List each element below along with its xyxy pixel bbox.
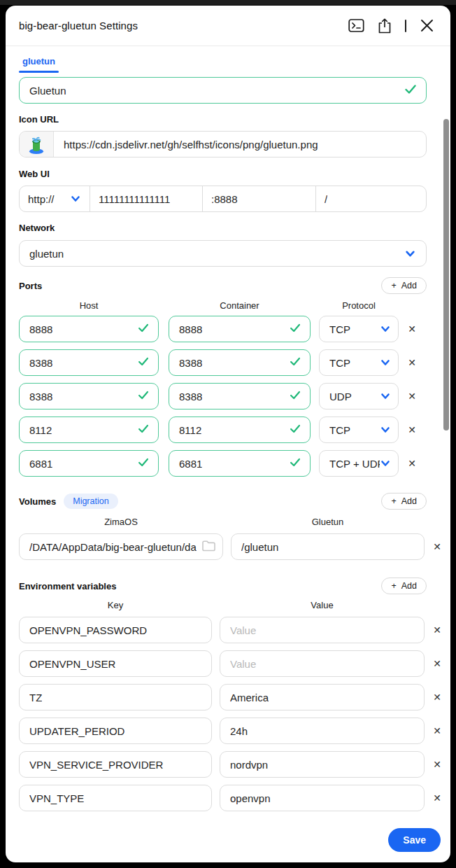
scheme-select[interactable]: http:// [20,186,90,211]
chevron-down-icon [70,193,81,204]
port-protocol-select[interactable]: TCP [319,416,399,443]
scrollbar-thumb[interactable] [443,119,449,430]
icon-url-input[interactable]: https://cdn.jsdelivr.net/gh/selfhst/icon… [19,131,427,158]
terminal-icon[interactable] [348,18,364,34]
ports-protocol-header: Protocol [319,300,399,311]
ports-column-headers: Host Container Protocol [19,300,445,311]
env-value-input[interactable]: openvpn [220,785,425,811]
env-value-input[interactable]: America [220,684,425,710]
host-input[interactable]: 11111111111111 [90,186,202,211]
chevron-down-icon [404,248,416,260]
env-key-input[interactable]: UPDATER_PERIOD [19,718,212,744]
port-host-input[interactable]: 8112 [19,416,159,443]
save-button[interactable]: Save [388,828,441,852]
env-value-input[interactable]: Value [220,617,425,643]
gluetun-app-icon [20,132,54,157]
remove-env-button[interactable]: ✕ [429,617,445,643]
env-section-header: Environment variables + Add [19,578,427,594]
remove-env-button[interactable]: ✕ [429,650,445,677]
port-protocol-select[interactable]: UDP [319,383,399,410]
remove-port-button[interactable]: ✕ [404,383,420,410]
port-container-input[interactable]: 8388 [169,383,311,410]
valid-check-icon [288,321,302,337]
ports-container-header: Container [169,300,311,311]
remove-env-button[interactable]: ✕ [429,684,445,710]
env-key-input[interactable]: VPN_SERVICE_PROVIDER [19,751,212,778]
chevron-down-icon [380,323,391,335]
volumes-zimaos-header: ZimaOS [19,517,223,527]
app-name-value: Gluetun [29,85,66,97]
remove-port-button[interactable]: ✕ [404,416,420,443]
icon-url-label: Icon URL [19,114,445,125]
path-input[interactable]: / [315,186,426,211]
close-icon[interactable] [418,18,435,34]
export-icon[interactable] [376,18,393,34]
volumes-label: Volumes [19,496,56,507]
env-value-header: Value [220,600,425,610]
network-label: Network [19,223,445,233]
remove-port-button[interactable]: ✕ [404,349,420,376]
remove-env-button[interactable]: ✕ [429,718,445,744]
chevron-down-icon [380,458,391,469]
add-env-button[interactable]: + Add [381,578,427,594]
tab-bar: gluetun [6,46,450,73]
port-host-input[interactable]: 8388 [19,349,159,376]
port-container-input[interactable]: 8112 [169,416,311,443]
valid-check-icon [288,456,302,472]
remove-port-button[interactable]: ✕ [404,316,420,342]
port-host-input[interactable]: 6881 [19,450,159,477]
titlebar: big-bear-gluetun Settings [6,6,450,46]
env-value-input[interactable]: 24h [220,718,425,744]
app-name-input[interactable]: Gluetun [19,77,427,104]
env-label: Environment variables [19,581,116,592]
valid-check-icon [136,422,150,438]
remove-env-button[interactable]: ✕ [429,751,445,778]
ports-label: Ports [19,281,42,291]
env-key-input[interactable]: TZ [19,684,212,710]
env-value-input[interactable]: nordvpn [220,751,425,778]
chevron-down-icon [380,357,391,368]
host-value: 11111111111111 [99,193,170,205]
env-key-input[interactable]: OPENVPN_PASSWORD [19,617,212,643]
env-key-input[interactable]: OPENVPN_USER [19,650,212,677]
tab-label: gluetun [22,56,55,66]
env-key-input[interactable]: VPN_TYPE [19,785,212,811]
valid-check-icon [136,355,150,371]
volume-host-path-input[interactable]: /DATA/AppData/big-bear-gluetun/da [19,533,223,560]
env-value-input[interactable]: Value [220,650,425,677]
port-host-input[interactable]: 8888 [19,316,159,342]
port-protocol-select[interactable]: TCP [319,349,399,376]
remove-port-button[interactable]: ✕ [404,450,420,477]
footer: Save [19,828,441,852]
port-container-input[interactable]: 8388 [169,349,311,376]
env-key-header: Key [19,600,212,610]
port-protocol-select[interactable]: TCP [319,316,399,342]
port-protocol-select[interactable]: TCP + UDP [319,450,399,477]
network-value: gluetun [29,248,64,260]
port-container-input[interactable]: 6881 [169,450,311,477]
valid-check-icon [136,388,150,405]
valid-check-icon [136,321,150,337]
migration-badge[interactable]: Migration [64,493,117,509]
port-host-input[interactable]: 8388 [19,383,159,410]
remove-env-button[interactable]: ✕ [429,785,445,811]
add-port-button[interactable]: + Add [381,277,427,294]
desktop-background [0,0,456,5]
web-ui-label: Web UI [19,169,445,179]
env-column-headers: Key Value [19,600,445,610]
tab-gluetun[interactable]: gluetun [19,56,59,73]
volume-container-path-input[interactable]: /gluetun [231,533,425,560]
port-input[interactable]: :8888 [202,186,315,211]
scheme-value: http:// [28,193,55,205]
network-select[interactable]: gluetun [19,240,427,267]
volumes-rows: /DATA/AppData/big-bear-gluetun/da /gluet… [19,533,445,560]
port-value: :8888 [211,193,238,205]
port-container-input[interactable]: 8888 [169,316,311,342]
remove-volume-button[interactable]: ✕ [429,533,445,560]
volumes-column-headers: ZimaOS Gluetun [19,517,445,527]
valid-check-icon [288,388,302,405]
folder-icon[interactable] [201,540,216,554]
valid-check-icon [288,422,302,438]
add-volume-button[interactable]: + Add [381,493,427,510]
settings-form: Gluetun Icon URL https://cdn.jsdelivr.ne… [6,77,450,852]
